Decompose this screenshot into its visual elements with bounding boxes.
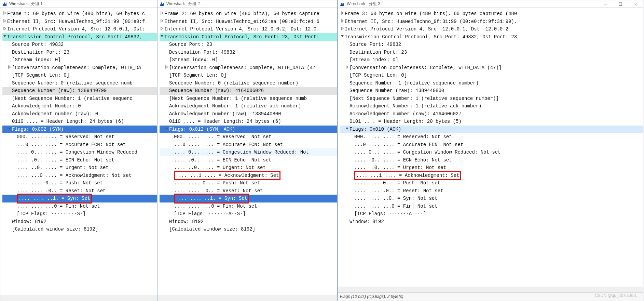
tree-row[interactable]: .... 0... .... = Congestion Window Reduc… — [340, 148, 643, 156]
tree-row[interactable]: .... ...1 .... = Acknowledgment: Set — [160, 172, 337, 180]
tree-row[interactable]: [TCP Segment Len: 0] — [2, 71, 157, 79]
tree-row[interactable]: Sequence Number: 0 (relative sequence nu… — [160, 79, 337, 87]
tree-row[interactable]: [Stream index: 0] — [340, 56, 643, 64]
tree-row[interactable]: Sequence Number (raw): 4164606026 — [160, 87, 337, 95]
tree-row[interactable]: .... ...1 .... = Acknowledgment: Set — [340, 172, 643, 180]
close-button[interactable] — [628, 0, 643, 8]
expand-right-icon[interactable] — [164, 64, 169, 72]
tree-row[interactable]: [TCP Segment Len: 0] — [340, 71, 643, 79]
tree-row[interactable]: Transmission Control Protocol, Src Port:… — [340, 33, 643, 41]
horizontal-scrollbar[interactable] — [0, 295, 157, 301]
window-titlebar[interactable]: Wireshark · 分组 3 · - — [338, 0, 643, 8]
tree-row[interactable]: Sequence Number: 1 (relative sequence nu… — [340, 79, 643, 87]
packet-details-tree[interactable]: Frame 2: 60 bytes on wire (480 bits), 60… — [157, 8, 337, 301]
tree-row[interactable]: Frame 1: 60 bytes on wire (480 bits), 60… — [2, 10, 157, 18]
tree-row[interactable]: Source Port: 23 — [160, 41, 337, 49]
expand-right-icon[interactable] — [160, 10, 164, 18]
expand-right-icon[interactable] — [2, 10, 7, 18]
tree-row[interactable]: ...0 .... .... = Accurate ECN: Not set — [2, 141, 157, 149]
tree-row[interactable]: .... .0.. .... = ECN-Echo: Not set — [340, 156, 643, 164]
expand-down-icon[interactable] — [7, 126, 12, 133]
tree-row[interactable]: Flags: 0x002 (SYN) — [2, 126, 157, 133]
tree-row[interactable]: .... .... .0.. = Reset: Not set — [340, 187, 643, 195]
tree-row[interactable]: Acknowledgment number (raw): 1389440800 — [160, 110, 337, 118]
tree-row[interactable]: .... 0... .... = Congestion Window Reduc… — [2, 148, 157, 156]
tree-row[interactable]: 000. .... .... = Reserved: Not set — [2, 133, 157, 141]
tree-row[interactable]: Sequence Number (raw): 1389440800 — [340, 87, 643, 95]
tree-row[interactable]: Destination Port: 23 — [2, 49, 157, 56]
tree-row[interactable]: Destination Port: 23 — [340, 49, 643, 56]
tree-row[interactable]: [Stream index: 0] — [2, 56, 157, 64]
tree-row[interactable]: Window: 8192 — [160, 218, 337, 226]
tree-row[interactable]: Frame 2: 60 bytes on wire (480 bits), 60… — [160, 10, 337, 18]
tree-row[interactable]: Source Port: 49832 — [340, 41, 643, 49]
expand-right-icon[interactable] — [2, 25, 7, 33]
expand-right-icon[interactable] — [169, 195, 174, 202]
expand-down-icon[interactable] — [340, 33, 345, 41]
expand-right-icon[interactable] — [340, 10, 345, 18]
tree-row[interactable]: Sequence Number: 0 (relative sequence nu… — [2, 79, 157, 87]
tree-row[interactable]: .... .... 0... = Push: Not set — [340, 179, 643, 187]
tree-row[interactable]: Transmission Control Protocol, Src Port:… — [2, 33, 157, 41]
tree-row[interactable]: 000. .... .... = Reserved: Not set — [160, 133, 337, 141]
window-titlebar[interactable]: Wireshark · 分组 2 · - — [157, 0, 337, 8]
tree-row[interactable]: Flags: 0x010 (ACK) — [340, 126, 643, 133]
tree-row[interactable]: [Next Sequence Number: 1 (relative seque… — [340, 95, 643, 103]
expand-down-icon[interactable] — [345, 126, 350, 133]
tree-row[interactable]: [Calculated window size: 8192] — [2, 225, 157, 233]
tree-row[interactable]: .... .... ...0 = Fin: Not set — [340, 202, 643, 210]
tree-row[interactable]: 0101 .... = Header Length: 20 bytes (5) — [340, 118, 643, 126]
tree-row[interactable]: .... .... 0... = Push: Not set — [160, 179, 337, 187]
tree-row[interactable]: 0110 .... = Header Length: 24 bytes (6) — [160, 118, 337, 126]
tree-row[interactable]: .... .... ..1. = Syn: Set — [160, 195, 337, 202]
tree-row[interactable]: Frame 3: 60 bytes on wire (480 bits), 60… — [340, 10, 643, 18]
tree-row[interactable]: ...0 .... .... = Accurate ECN: Not set — [340, 141, 643, 149]
tree-row[interactable]: Acknowledgment Number: 1 (relative ack n… — [340, 102, 643, 110]
tree-row[interactable]: 000. .... .... = Reserved: Not set — [340, 133, 643, 141]
tree-row[interactable]: .... .... ...0 = Fin: Not set — [2, 202, 157, 210]
tree-row[interactable]: [Stream index: 0] — [160, 56, 337, 64]
tree-row[interactable]: [Next Sequence Number: 1 (relative seque… — [2, 95, 157, 103]
tree-row[interactable]: Window: 8192 — [340, 218, 643, 226]
expand-right-icon[interactable] — [2, 18, 7, 26]
tree-row[interactable]: Acknowledgment Number: 0 — [2, 102, 157, 110]
packet-details-tree[interactable]: Frame 3: 60 bytes on wire (480 bits), 60… — [338, 8, 643, 292]
tree-row[interactable]: Flags: 0x012 (SYN, ACK) — [160, 126, 337, 133]
window-titlebar[interactable]: Wireshark · 分组 1 · - — [0, 0, 157, 8]
tree-row[interactable]: .... ...0 .... = Acknowledgment: Not set — [2, 172, 157, 180]
tree-row[interactable]: .... .... ...0 = Fin: Not set — [160, 202, 337, 210]
expand-down-icon[interactable] — [160, 33, 164, 41]
expand-right-icon[interactable] — [12, 195, 17, 202]
tree-row[interactable]: Ethernet II, Src: HuaweiTechno_e1:62:ea … — [160, 18, 337, 26]
tree-row[interactable]: Internet Protocol Version 4, Src: 12.0.0… — [340, 25, 643, 33]
tree-row[interactable]: [Conversation completeness: Complete, WI… — [340, 64, 643, 72]
minimize-button[interactable] — [598, 0, 613, 8]
tree-row[interactable]: Acknowledgment number (raw): 4164606027 — [340, 110, 643, 118]
expand-down-icon[interactable] — [164, 126, 169, 133]
packet-details-tree[interactable]: Frame 1: 60 bytes on wire (480 bits), 60… — [0, 8, 157, 301]
maximize-button[interactable] — [613, 0, 628, 8]
expand-right-icon[interactable] — [160, 18, 164, 26]
tree-row[interactable]: [Conversation completeness: Complete, WI… — [2, 64, 157, 72]
tree-row[interactable]: .... .0.. .... = ECN-Echo: Not set — [2, 156, 157, 164]
tree-row[interactable]: [Next Sequence Number: 1 (relative seque… — [160, 95, 337, 103]
tree-row[interactable]: [TCP Flags: ·······A··S·] — [160, 210, 337, 218]
expand-right-icon[interactable] — [340, 18, 345, 26]
tree-row[interactable]: .... 0... .... = Congestion Window Reduc… — [160, 148, 337, 156]
tree-row[interactable]: Sequence Number (raw): 1389440799 — [2, 87, 157, 95]
expand-down-icon[interactable] — [2, 33, 7, 41]
tree-row[interactable]: [TCP Flags: ·········S·] — [2, 210, 157, 218]
tree-row[interactable]: Window: 8192 — [2, 218, 157, 226]
expand-right-icon[interactable] — [340, 25, 345, 33]
tree-row[interactable]: .... .0.. .... = ECN-Echo: Not set — [160, 156, 337, 164]
expand-right-icon[interactable] — [345, 64, 350, 72]
expand-right-icon[interactable] — [160, 25, 164, 33]
tree-row[interactable]: .... .... 0... = Push: Not set — [2, 179, 157, 187]
tree-row[interactable]: .... .... ..0. = Syn: Not set — [340, 195, 643, 202]
tree-row[interactable]: Ethernet II, Src: HuaweiTechno_9f:31:99 … — [340, 18, 643, 26]
tree-row[interactable]: 0110 .... = Header Length: 24 bytes (6) — [2, 118, 157, 126]
tree-row[interactable]: .... .... ..1. = Syn: Set — [2, 195, 157, 202]
tree-row[interactable]: Acknowledgment number (raw): 0 — [2, 110, 157, 118]
tree-row[interactable]: Ethernet II, Src: HuaweiTechno_9f:31:99 … — [2, 18, 157, 26]
tree-row[interactable]: Acknowledgment Number: 1 (relative ack n… — [160, 102, 337, 110]
